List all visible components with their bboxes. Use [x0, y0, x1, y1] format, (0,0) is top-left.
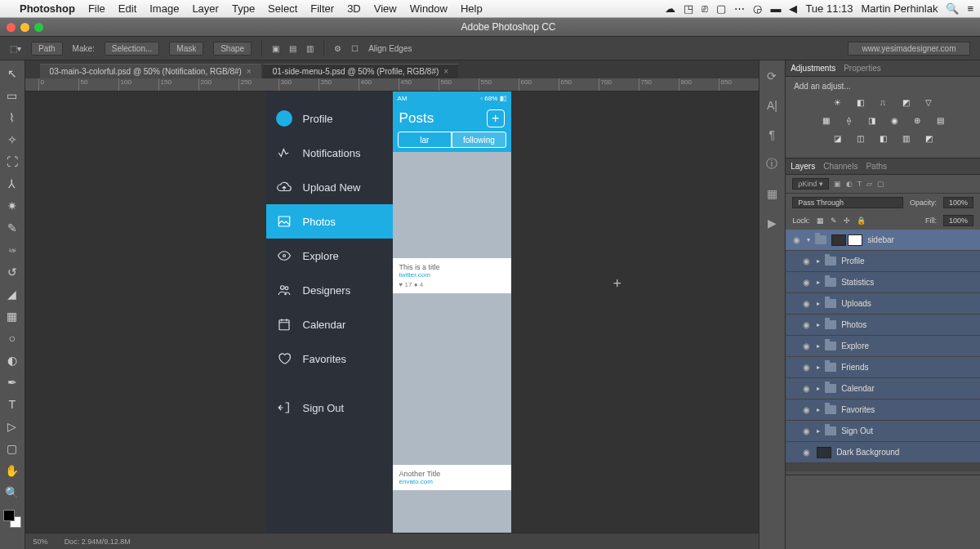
- exposure-icon[interactable]: ◩: [898, 96, 913, 109]
- crop-tool[interactable]: ⛶: [3, 154, 21, 170]
- marquee-tool[interactable]: ▭: [3, 87, 21, 104]
- healing-tool[interactable]: ✷: [3, 198, 21, 214]
- doc-tab-2[interactable]: 01-side-menu-5.psd @ 50% (Profile, RGB/8…: [263, 64, 458, 78]
- levels-icon[interactable]: ◧: [853, 96, 867, 109]
- selective-icon[interactable]: ◩: [921, 132, 936, 145]
- make-mask[interactable]: Mask: [169, 42, 203, 56]
- history-brush-tool[interactable]: ↺: [3, 264, 21, 280]
- signal-icon[interactable]: ⋯: [734, 2, 745, 15]
- character-icon[interactable]: A|: [764, 98, 780, 113]
- doc-tab-1[interactable]: 03-main-3-colorful.psd @ 50% (Notificati…: [40, 64, 261, 78]
- layer-calendar[interactable]: ◉▸Calendar: [786, 378, 980, 399]
- visibility-icon[interactable]: ◉: [800, 448, 812, 457]
- make-shape[interactable]: Shape: [213, 42, 252, 56]
- make-selection[interactable]: Selection...: [105, 42, 159, 56]
- doc-info[interactable]: Doc: 2.94M/9.12.8M: [65, 538, 131, 546]
- threshold-icon[interactable]: ◧: [875, 132, 890, 145]
- bw-icon[interactable]: ◨: [864, 114, 879, 127]
- visibility-icon[interactable]: ◉: [800, 341, 812, 350]
- close-icon[interactable]: ×: [247, 67, 252, 76]
- tab-paths[interactable]: Paths: [866, 162, 887, 171]
- curves-icon[interactable]: ⎍: [875, 96, 890, 109]
- visibility-icon[interactable]: ◉: [800, 426, 812, 435]
- type-tool[interactable]: T: [3, 396, 21, 413]
- eraser-tool[interactable]: ◢: [3, 286, 21, 302]
- history-icon[interactable]: ⟳: [764, 69, 780, 83]
- filter-smart-icon[interactable]: ▢: [877, 180, 884, 188]
- hand-tool[interactable]: ✋: [3, 462, 21, 479]
- gear-icon[interactable]: ⚙: [334, 44, 341, 53]
- path-select-tool[interactable]: ▷: [3, 418, 21, 435]
- filter-pixel-icon[interactable]: ▣: [834, 180, 841, 188]
- layer-photos[interactable]: ◉▸Photos: [786, 315, 980, 336]
- opacity-field[interactable]: 100%: [943, 197, 973, 208]
- wifi-icon[interactable]: ◶: [753, 2, 762, 15]
- brush-tool[interactable]: ✎: [3, 220, 21, 236]
- info-icon[interactable]: ⓘ: [764, 157, 780, 172]
- actions-icon[interactable]: ▶: [764, 216, 780, 230]
- filter-adj-icon[interactable]: ◐: [846, 180, 853, 188]
- lasso-tool[interactable]: ⌇: [3, 109, 21, 126]
- lock-trans-icon[interactable]: ▦: [817, 216, 824, 225]
- path-arrange-icon[interactable]: ▥: [306, 44, 314, 53]
- layer-signout[interactable]: ◉▸Sign Out: [786, 421, 980, 442]
- align-edges-check[interactable]: ☐: [351, 44, 359, 53]
- volume-icon[interactable]: ◀: [789, 2, 797, 15]
- zoom-level[interactable]: 50%: [33, 538, 48, 546]
- menu-view[interactable]: View: [374, 2, 397, 15]
- clone-tool[interactable]: ⎃: [3, 242, 21, 258]
- drive-icon[interactable]: ◳: [684, 2, 693, 15]
- menu-filter[interactable]: Filter: [310, 2, 334, 15]
- menu-image[interactable]: Image: [149, 2, 179, 15]
- balance-icon[interactable]: ⟠: [841, 114, 856, 127]
- layer-profile[interactable]: ◉▸Profile: [786, 251, 980, 272]
- zoom-tool[interactable]: 🔍: [3, 484, 21, 501]
- lookup-icon[interactable]: ▤: [933, 114, 947, 127]
- color-swatch[interactable]: [3, 510, 21, 528]
- eyedropper-tool[interactable]: ⅄: [3, 176, 21, 192]
- notification-center-icon[interactable]: ≡: [967, 2, 973, 15]
- menu-file[interactable]: File: [88, 2, 105, 15]
- tool-preset-icon[interactable]: ⬚▾: [10, 44, 21, 53]
- layer-explore[interactable]: ◉▸Explore: [786, 336, 980, 357]
- path-align-icon[interactable]: ▤: [289, 44, 296, 53]
- menu-layer[interactable]: Layer: [192, 2, 219, 15]
- swatches-icon[interactable]: ▦: [764, 186, 780, 201]
- clock[interactable]: Tue 11:13: [805, 2, 853, 15]
- spotlight-icon[interactable]: 🔍: [946, 2, 959, 15]
- dodge-tool[interactable]: ◐: [3, 352, 21, 368]
- zoom-button[interactable]: [34, 23, 43, 32]
- visibility-icon[interactable]: ◉: [800, 299, 812, 308]
- pen-tool[interactable]: ✒: [3, 374, 21, 391]
- minimize-button[interactable]: [20, 23, 29, 32]
- move-tool[interactable]: ↖: [3, 65, 21, 82]
- layer-dark-bg[interactable]: ◉Dark Background: [786, 442, 980, 463]
- canvas[interactable]: Profile Notifications Upload New Photos …: [25, 92, 759, 533]
- filter-shape-icon[interactable]: ▱: [866, 180, 872, 188]
- vibrance-icon[interactable]: ▽: [921, 96, 936, 109]
- display-icon[interactable]: ⎚: [702, 2, 708, 15]
- lock-pos-icon[interactable]: ✢: [844, 216, 850, 225]
- visibility-icon[interactable]: ◉: [800, 405, 812, 414]
- layer-white-base[interactable]: White Base: [786, 471, 980, 475]
- blur-tool[interactable]: ○: [3, 330, 21, 346]
- lock-all-icon[interactable]: 🔒: [857, 216, 866, 225]
- layer-uploads[interactable]: ◉▸Uploads: [786, 293, 980, 315]
- menu-3d[interactable]: 3D: [347, 2, 361, 15]
- tab-channels[interactable]: Channels: [823, 162, 858, 171]
- menu-help[interactable]: Help: [461, 2, 483, 15]
- menu-type[interactable]: Type: [232, 2, 255, 15]
- paragraph-icon[interactable]: ¶: [764, 127, 780, 142]
- tab-layers[interactable]: Layers: [791, 162, 815, 171]
- mixer-icon[interactable]: ⊕: [910, 114, 924, 127]
- lock-pixel-icon[interactable]: ✎: [831, 216, 837, 225]
- tab-adjustments[interactable]: Adjustments: [791, 64, 835, 73]
- filter-type-icon[interactable]: T: [858, 180, 862, 188]
- brightness-icon[interactable]: ☀: [830, 96, 844, 109]
- layer-friends[interactable]: ◉▸Friends: [786, 357, 980, 378]
- visibility-icon[interactable]: ◉: [800, 278, 812, 287]
- tab-properties[interactable]: Properties: [844, 64, 881, 73]
- layer-statistics[interactable]: ◉▸Statistics: [786, 272, 980, 293]
- menu-select[interactable]: Select: [268, 2, 297, 15]
- visibility-icon[interactable]: ◉: [800, 257, 812, 266]
